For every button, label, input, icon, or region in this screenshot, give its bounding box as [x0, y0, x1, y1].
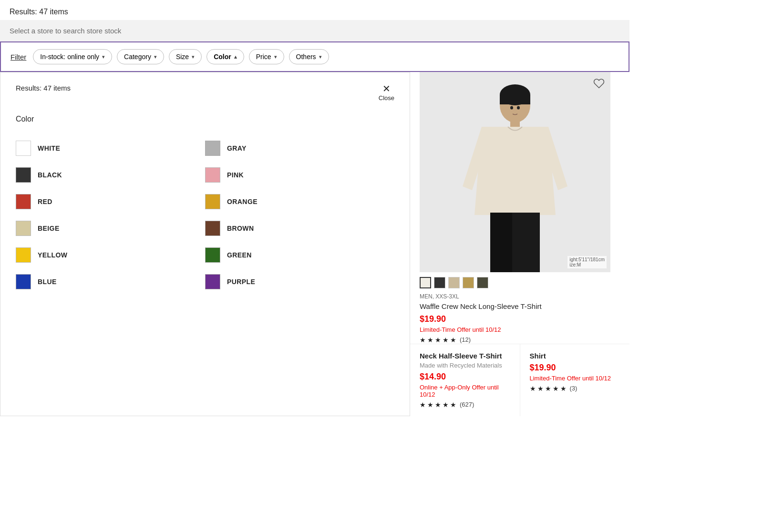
filter-category-button[interactable]: Category ▾: [117, 49, 164, 64]
product-2-price: $19.90: [530, 363, 620, 373]
star-2: ★: [427, 336, 433, 344]
star-5: ★: [560, 385, 567, 392]
filter-color-button[interactable]: Color ▴: [206, 49, 244, 64]
filter-price-button[interactable]: Price ▾: [249, 49, 284, 64]
product-image-container: ight:5'11"/181cmize:M: [420, 72, 610, 272]
store-search-bar[interactable]: Select a store to search store stock: [0, 20, 629, 41]
product-color-swatch-tan[interactable]: [448, 277, 460, 288]
filter-others-label: Others: [296, 53, 316, 61]
star-1: ★: [420, 401, 426, 409]
color-item-beige[interactable]: BEIGE: [16, 215, 205, 242]
product-1-name: Neck Half-Sleeve T-Shirt: [420, 352, 510, 360]
product-image: [420, 72, 610, 272]
svg-rect-3: [500, 95, 530, 104]
color-name-white: WHITE: [38, 144, 60, 152]
color-swatch-gray: [205, 141, 220, 156]
color-swatch-green: [205, 247, 220, 263]
product-color-swatch-cream[interactable]: [420, 277, 431, 288]
product-2-offer: Limited-Time Offer until 10/12: [530, 375, 620, 382]
heart-icon: [593, 78, 605, 89]
color-name-red: RED: [38, 198, 52, 205]
review-count-2: (3): [570, 385, 577, 392]
star-4: ★: [553, 385, 559, 392]
star-4: ★: [443, 336, 449, 344]
product-color-swatch-gold[interactable]: [463, 277, 474, 288]
chevron-down-icon: ▾: [102, 54, 105, 60]
product-offer: Limited-Time Offer until 10/12: [420, 326, 620, 333]
filter-category-label: Category: [124, 53, 151, 61]
filter-color-label: Color: [214, 53, 231, 61]
store-placeholder: Select a store to search store stock: [10, 27, 121, 35]
product-1-price: $14.90: [420, 372, 510, 382]
chevron-up-icon: ▴: [234, 54, 237, 60]
product-rating: ★ ★ ★ ★ ★ (12): [420, 336, 620, 344]
star-1: ★: [420, 336, 426, 344]
filter-instock-label: In-stock: online only: [40, 53, 99, 61]
color-item-brown[interactable]: BROWN: [205, 215, 394, 242]
color-item-purple[interactable]: PURPLE: [205, 268, 394, 295]
chevron-down-icon: ▾: [274, 54, 277, 60]
product-price: $19.90: [420, 314, 620, 324]
star-3: ★: [435, 401, 441, 409]
results-header: Results: 47 items: [0, 0, 629, 20]
chevron-down-icon: ▾: [192, 54, 195, 60]
color-item-white[interactable]: WHITE: [16, 135, 205, 162]
color-item-blue[interactable]: BLUE: [16, 268, 205, 295]
color-item-orange[interactable]: ORANGE: [205, 188, 394, 215]
color-name-purple: PURPLE: [227, 278, 255, 286]
color-name-orange: ORANGE: [227, 198, 258, 205]
chevron-down-icon: ▾: [319, 54, 322, 60]
product-name: Waffle Crew Neck Long-Sleeve T-Shirt: [420, 302, 620, 311]
product-2-rating: ★ ★ ★ ★ ★ (3): [530, 385, 620, 392]
color-item-green[interactable]: GREEN: [205, 242, 394, 268]
bottom-product-2: Shirt $19.90 Limited-Time Offer until 10…: [520, 344, 630, 416]
color-name-yellow: YELLOW: [38, 251, 67, 259]
svg-rect-6: [490, 213, 512, 272]
star-half: ★: [450, 401, 456, 409]
star-4: ★: [443, 401, 449, 409]
star-3: ★: [545, 385, 551, 392]
star-half: ★: [450, 336, 456, 344]
product-1-offer: Online + App-Only Offer until 10/12: [420, 384, 510, 398]
star-3: ★: [435, 336, 441, 344]
product-color-swatch-dark[interactable]: [477, 277, 488, 288]
color-column-right: GRAY PINK ORANGE BROWN GREEN: [205, 135, 394, 295]
wishlist-button[interactable]: [593, 78, 605, 92]
color-section-title: Color: [16, 115, 394, 123]
filter-size-button[interactable]: Size ▾: [169, 49, 202, 64]
review-count-1: (627): [460, 401, 474, 408]
color-item-yellow[interactable]: YELLOW: [16, 242, 205, 268]
color-name-beige: BEIGE: [38, 225, 60, 232]
color-swatch-pink: [205, 167, 220, 183]
star-2: ★: [537, 385, 544, 392]
color-swatch-black: [16, 167, 31, 183]
star-1: ★: [530, 385, 536, 392]
image-size-label: ight:5'11"/181cmize:M: [567, 256, 607, 268]
bottom-products: Neck Half-Sleeve T-Shirt Made with Recyc…: [410, 344, 629, 416]
color-item-red[interactable]: RED: [16, 188, 205, 215]
main-content: Results: 47 items ✕ Close Color WHITE BL…: [0, 72, 629, 416]
dropdown-results-count: Results: 47 items: [16, 84, 71, 92]
product-1-rating: ★ ★ ★ ★ ★ (627): [420, 401, 510, 409]
product-2-name: Shirt: [530, 352, 620, 360]
color-swatch-beige: [16, 221, 31, 236]
svg-point-8: [510, 106, 513, 110]
color-item-pink[interactable]: PINK: [205, 162, 394, 188]
product-meta: MEN, XXS-3XL: [420, 293, 620, 300]
color-item-black[interactable]: BLACK: [16, 162, 205, 188]
color-swatch-red: [16, 194, 31, 209]
filter-instock-button[interactable]: In-stock: online only ▾: [33, 49, 112, 64]
svg-point-9: [517, 106, 520, 110]
color-item-gray[interactable]: GRAY: [205, 135, 394, 162]
bottom-product-1: Neck Half-Sleeve T-Shirt Made with Recyc…: [410, 344, 520, 416]
filter-price-label: Price: [256, 53, 271, 61]
filter-others-button[interactable]: Others ▾: [289, 49, 329, 64]
filter-label[interactable]: Filter: [10, 53, 26, 61]
color-swatch-blue: [16, 274, 31, 289]
chevron-down-icon: ▾: [154, 54, 157, 60]
close-button[interactable]: ✕ Close: [379, 84, 394, 102]
products-area: ight:5'11"/181cmize:M MEN, XXS-3XL Waffl…: [410, 72, 629, 416]
color-swatch-purple: [205, 274, 220, 289]
product-color-swatch-black[interactable]: [434, 277, 445, 288]
filter-bar: Filter In-stock: online only ▾ Category …: [0, 41, 629, 72]
